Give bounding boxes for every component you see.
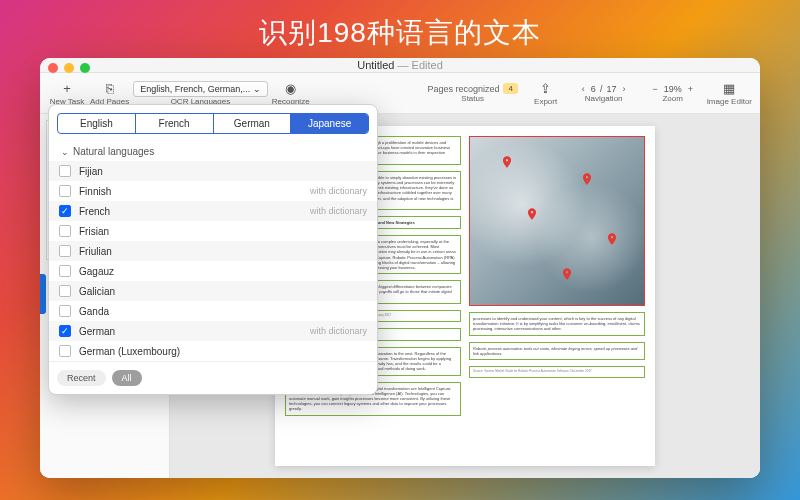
checkbox[interactable] — [59, 305, 71, 317]
checkbox[interactable] — [59, 225, 71, 237]
source-region[interactable]: Source: Gartner Market Guide for Robotic… — [469, 366, 645, 378]
zoom-group: −19%+ Zoom — [643, 73, 703, 113]
navigation-group: ‹6/17› Navigation — [569, 73, 639, 113]
language-row[interactable]: ✓Germanwith dictionary — [49, 321, 377, 341]
language-row[interactable]: Galician — [49, 281, 377, 301]
language-name: French — [79, 206, 110, 217]
language-row[interactable]: Fijian — [49, 161, 377, 181]
language-row[interactable]: German (Luxembourg) — [49, 341, 377, 361]
language-name: Ganda — [79, 306, 109, 317]
page-current: 6 — [589, 84, 598, 94]
minimize-icon[interactable] — [64, 63, 74, 73]
eye-icon: ◉ — [283, 81, 299, 97]
language-name: Friulian — [79, 246, 112, 257]
language-name: Gagauz — [79, 266, 114, 277]
language-name: German (Luxembourg) — [79, 346, 180, 357]
next-page-button[interactable]: › — [620, 84, 627, 94]
image-editor-label: Image Editor — [707, 97, 752, 106]
segment-english[interactable]: English — [58, 114, 136, 133]
checkbox[interactable] — [59, 285, 71, 297]
traffic-lights — [48, 63, 90, 73]
image-editor-button[interactable]: ▦Image Editor — [707, 73, 752, 113]
dictionary-label: with dictionary — [310, 186, 367, 196]
language-name: Fijian — [79, 166, 103, 177]
image-region[interactable] — [469, 136, 645, 306]
language-row[interactable]: ✓Frenchwith dictionary — [49, 201, 377, 221]
map-pin-icon — [605, 232, 619, 246]
map-pin-icon — [580, 172, 594, 186]
language-name: German — [79, 326, 115, 337]
zoom-out-button[interactable]: − — [650, 84, 659, 94]
language-list: FijianFinnishwith dictionary✓Frenchwith … — [49, 161, 377, 361]
zoom-window-icon[interactable] — [80, 63, 90, 73]
callout-region[interactable]: processes to identify and understand you… — [469, 312, 645, 336]
page-plus-icon: ⎘ — [102, 81, 118, 97]
language-row[interactable]: Ganda — [49, 301, 377, 321]
prev-page-button[interactable]: ‹ — [580, 84, 587, 94]
image-icon: ▦ — [721, 81, 737, 97]
checkbox[interactable] — [59, 185, 71, 197]
export-icon: ⇪ — [538, 81, 554, 97]
map-pin-icon — [560, 267, 574, 281]
segment-control: English French German Japanese — [57, 113, 369, 134]
language-popover: English French German Japanese Natural l… — [48, 104, 378, 395]
status-area: Pages recognized4 Status — [423, 73, 523, 113]
checkbox[interactable] — [59, 165, 71, 177]
checkbox[interactable] — [59, 345, 71, 357]
dictionary-label: with dictionary — [310, 326, 367, 336]
checkbox[interactable] — [59, 245, 71, 257]
doc-title: Untitled — [357, 59, 394, 71]
status-label: Status — [461, 94, 484, 103]
callout-region[interactable]: Robotic process automation tools cut cos… — [469, 342, 645, 360]
language-name: Galician — [79, 286, 115, 297]
language-row[interactable]: Frisian — [49, 221, 377, 241]
plus-icon: + — [59, 81, 75, 97]
checkbox[interactable]: ✓ — [59, 205, 71, 217]
checkbox[interactable]: ✓ — [59, 325, 71, 337]
chevron-down-icon: ⌄ — [253, 84, 261, 94]
segment-german[interactable]: German — [214, 114, 292, 133]
zoom-in-button[interactable]: + — [686, 84, 695, 94]
language-name: Frisian — [79, 226, 109, 237]
language-name: Finnish — [79, 186, 111, 197]
dictionary-label: with dictionary — [310, 206, 367, 216]
segment-french[interactable]: French — [136, 114, 214, 133]
app-window: Untitled — Edited +New Task ⎘Add Pages E… — [40, 58, 760, 478]
group-header[interactable]: Natural languages — [49, 142, 377, 161]
hero-title: 识别198种语言的文本 — [0, 0, 800, 60]
zoom-label: Zoom — [662, 94, 682, 103]
navigation-label: Navigation — [585, 94, 623, 103]
language-row[interactable]: Friulian — [49, 241, 377, 261]
warning-badge[interactable]: 4 — [503, 83, 517, 94]
export-button[interactable]: ⇪Export — [527, 73, 565, 113]
language-row[interactable]: Finnishwith dictionary — [49, 181, 377, 201]
window-title: Untitled — Edited — [357, 59, 443, 71]
language-selector[interactable]: English, French, German,... ⌄ — [133, 81, 268, 97]
edited-label: — Edited — [398, 59, 443, 71]
language-row[interactable]: Gagauz — [49, 261, 377, 281]
all-filter[interactable]: All — [112, 370, 142, 386]
page-total: 17 — [604, 84, 618, 94]
map-pin-icon — [525, 207, 539, 221]
titlebar: Untitled — Edited — [40, 58, 760, 73]
status-text: Pages recognized — [427, 84, 499, 94]
segment-japanese[interactable]: Japanese — [291, 114, 368, 133]
checkbox[interactable] — [59, 265, 71, 277]
map-pin-icon — [500, 155, 514, 169]
recent-filter[interactable]: Recent — [57, 370, 106, 386]
export-label: Export — [534, 97, 557, 106]
popover-footer: Recent All — [49, 361, 377, 394]
sidebar-tab[interactable] — [40, 274, 46, 314]
zoom-value: 19% — [662, 84, 684, 94]
close-icon[interactable] — [48, 63, 58, 73]
